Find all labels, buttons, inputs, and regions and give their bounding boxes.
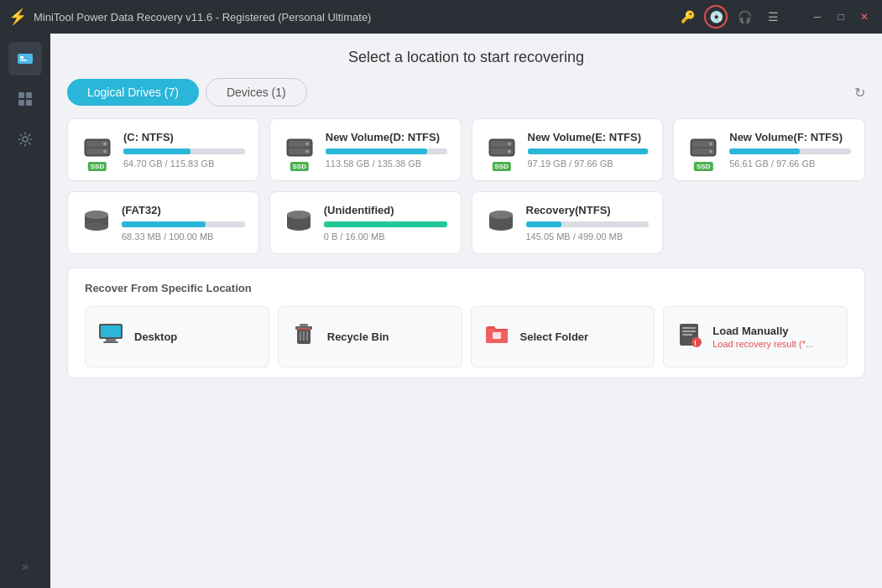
svg-point-34 bbox=[287, 211, 311, 219]
recycle-bin-label: Recycle Bin bbox=[327, 330, 389, 343]
svg-rect-44 bbox=[300, 324, 308, 326]
location-grid: Desktop Recycle Bi bbox=[85, 306, 848, 367]
location-desktop[interactable]: Desktop bbox=[85, 306, 269, 367]
tab-devices[interactable]: Devices (1) bbox=[206, 78, 307, 107]
svg-rect-5 bbox=[18, 100, 24, 106]
drive-info-d: New Volume(D: NTFS) 113.58 GB / 135.38 G… bbox=[326, 131, 447, 169]
svg-rect-51 bbox=[682, 327, 696, 329]
drive-card-fat32[interactable]: (FAT32) 68.33 MB / 100.00 MB bbox=[67, 191, 259, 254]
svg-point-7 bbox=[23, 137, 28, 142]
svg-point-54 bbox=[692, 337, 702, 347]
ssd-badge-f: SSD bbox=[694, 162, 712, 171]
drive-size-recovery: 145.05 MB / 499.00 MB bbox=[526, 232, 650, 242]
svg-point-37 bbox=[489, 211, 513, 219]
drive-name-recovery: Recovery(NTFS) bbox=[526, 204, 650, 216]
ssd-badge-e: SSD bbox=[492, 162, 510, 171]
sidebar-item-settings[interactable] bbox=[8, 122, 42, 156]
drive-card-f[interactable]: SSD New Volume(F: NTFS) 56.61 GB / 97.66… bbox=[673, 118, 865, 181]
maximize-button[interactable]: □ bbox=[832, 8, 850, 26]
disk-icon[interactable]: 💿 bbox=[704, 5, 728, 29]
drive-card-d[interactable]: SSD New Volume(D: NTFS) 113.58 GB / 135.… bbox=[269, 118, 462, 181]
svg-rect-2 bbox=[20, 60, 27, 61]
drive-icon-e: SSD bbox=[486, 133, 518, 168]
drive-grid-row1: SSD (C: NTFS) 64.70 GB / 115.83 GB bbox=[50, 118, 882, 181]
drive-icon-f: SSD bbox=[687, 133, 719, 168]
app-logo-icon: ⚡ bbox=[8, 8, 27, 26]
select-folder-icon bbox=[483, 320, 510, 353]
drive-name-c: (C: NTFS) bbox=[123, 131, 245, 143]
drive-card-recovery[interactable]: Recovery(NTFS) 145.05 MB / 499.00 MB bbox=[472, 191, 664, 254]
drive-icon-unidentified bbox=[284, 206, 314, 240]
svg-text:!: ! bbox=[694, 339, 697, 347]
drive-icon-d: SSD bbox=[284, 133, 316, 168]
ssd-badge-c: SSD bbox=[88, 162, 107, 171]
location-recycle-bin[interactable]: Recycle Bin bbox=[278, 306, 462, 367]
svg-rect-1 bbox=[20, 56, 23, 59]
svg-point-22 bbox=[508, 149, 511, 153]
drive-card-c[interactable]: SSD (C: NTFS) 64.70 GB / 115.83 GB bbox=[67, 118, 259, 181]
close-button[interactable]: ✕ bbox=[855, 8, 874, 26]
load-manually-icon: ! bbox=[676, 320, 702, 353]
load-manually-label: Load Manually bbox=[712, 325, 813, 337]
sidebar: » bbox=[0, 34, 50, 588]
menu-icon[interactable]: ☰ bbox=[761, 5, 785, 29]
svg-point-31 bbox=[85, 222, 108, 231]
svg-rect-48 bbox=[297, 328, 311, 330]
location-load-manually[interactable]: ! Load Manually Load recovery result (*.… bbox=[663, 306, 848, 367]
svg-point-26 bbox=[709, 142, 712, 145]
svg-rect-4 bbox=[26, 92, 32, 98]
empty-slot bbox=[673, 191, 865, 254]
drive-info-e: New Volume(E: NTFS) 97.19 GB / 97.66 GB bbox=[528, 131, 650, 169]
tab-bar: Logical Drives (7) Devices (1) ↻ bbox=[50, 78, 882, 107]
sidebar-item-recovery[interactable] bbox=[8, 42, 42, 75]
drive-size-e: 97.19 GB / 97.66 GB bbox=[528, 159, 650, 169]
svg-point-12 bbox=[103, 149, 107, 153]
title-controls: 🔑 💿 🎧 ☰ ─ □ ✕ bbox=[676, 5, 874, 29]
drive-size-unidentified: 0 B / 16.00 MB bbox=[324, 232, 447, 242]
drive-grid-row2: (FAT32) 68.33 MB / 100.00 MB (Unidentifi… bbox=[50, 191, 882, 254]
sidebar-item-grid[interactable] bbox=[8, 82, 42, 116]
page-title: Select a location to start recovering bbox=[348, 49, 584, 65]
specific-location-section: Recover From Specific Location Desktop bbox=[67, 268, 865, 378]
svg-rect-40 bbox=[106, 339, 116, 341]
location-select-folder[interactable]: Select Folder bbox=[471, 306, 655, 367]
svg-rect-41 bbox=[103, 341, 118, 343]
svg-point-17 bbox=[305, 149, 309, 153]
drive-icon-fat32 bbox=[81, 206, 112, 240]
drive-name-e: New Volume(E: NTFS) bbox=[528, 131, 650, 143]
key-icon[interactable]: 🔑 bbox=[676, 5, 699, 29]
tab-logical-drives[interactable]: Logical Drives (7) bbox=[67, 79, 199, 106]
drive-card-unidentified[interactable]: (Unidentified) 0 B / 16.00 MB bbox=[269, 191, 462, 254]
drive-info-recovery: Recovery(NTFS) 145.05 MB / 499.00 MB bbox=[526, 204, 650, 242]
sidebar-expand-button[interactable]: » bbox=[22, 559, 29, 573]
drive-name-unidentified: (Unidentified) bbox=[324, 204, 447, 216]
drive-name-fat32: (FAT32) bbox=[122, 204, 245, 216]
load-manually-sublabel: Load recovery result (*... bbox=[712, 339, 813, 349]
drive-info-c: (C: NTFS) 64.70 GB / 115.83 GB bbox=[123, 131, 245, 169]
drive-name-d: New Volume(D: NTFS) bbox=[326, 131, 447, 143]
svg-rect-49 bbox=[493, 332, 501, 339]
app-title: MiniTool Power Data Recovery v11.6 - Reg… bbox=[34, 11, 676, 23]
desktop-label: Desktop bbox=[134, 330, 177, 343]
drive-icon-c: SSD bbox=[81, 133, 113, 168]
section-title: Recover From Specific Location bbox=[85, 282, 848, 294]
drive-name-f: New Volume(F: NTFS) bbox=[729, 131, 851, 143]
svg-rect-3 bbox=[18, 92, 24, 98]
drive-info-f: New Volume(F: NTFS) 56.61 GB / 97.66 GB bbox=[729, 131, 851, 169]
svg-point-30 bbox=[85, 211, 108, 219]
drive-icon-recovery bbox=[486, 206, 516, 240]
drive-info-fat32: (FAT32) 68.33 MB / 100.00 MB bbox=[122, 204, 245, 242]
svg-rect-0 bbox=[18, 54, 33, 64]
svg-rect-6 bbox=[26, 100, 32, 106]
drive-size-fat32: 68.33 MB / 100.00 MB bbox=[122, 232, 245, 242]
select-folder-label: Select Folder bbox=[520, 330, 589, 343]
svg-point-21 bbox=[508, 142, 511, 145]
drive-info-unidentified: (Unidentified) 0 B / 16.00 MB bbox=[324, 204, 447, 242]
svg-point-27 bbox=[709, 149, 712, 153]
refresh-button[interactable]: ↻ bbox=[854, 85, 865, 101]
drive-card-e[interactable]: SSD New Volume(E: NTFS) 97.19 GB / 97.66… bbox=[472, 118, 664, 181]
headset-icon[interactable]: 🎧 bbox=[733, 5, 756, 29]
svg-rect-52 bbox=[682, 330, 696, 332]
minimize-button[interactable]: ─ bbox=[808, 8, 827, 26]
titlebar: ⚡ MiniTool Power Data Recovery v11.6 - R… bbox=[0, 0, 882, 34]
